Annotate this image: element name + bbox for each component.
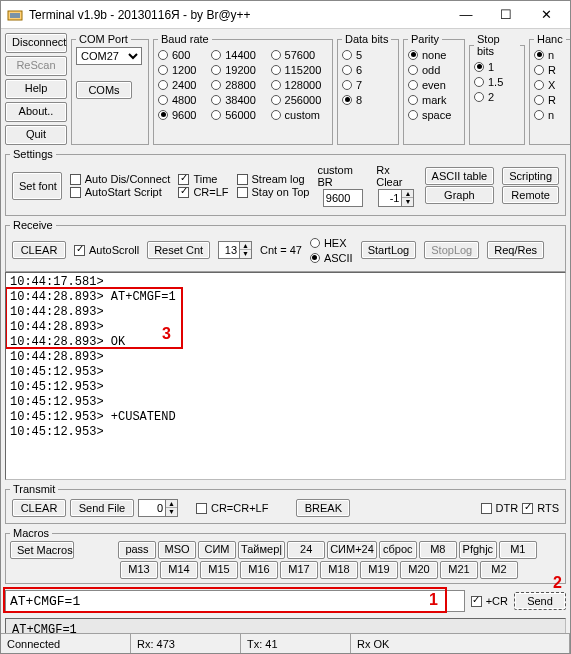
ascii-radio[interactable]: ASCII bbox=[310, 250, 353, 265]
resetcnt-spin[interactable]: ▲▼ bbox=[218, 241, 252, 259]
baud-19200[interactable]: 19200 bbox=[211, 62, 262, 77]
minimize-button[interactable]: — bbox=[446, 2, 486, 28]
scripting-button[interactable]: Scripting bbox=[502, 167, 559, 185]
parity-none[interactable]: none bbox=[408, 47, 460, 62]
help-button[interactable]: Help bbox=[5, 79, 67, 99]
baud-9600[interactable]: 9600 bbox=[158, 107, 203, 122]
disconnect-button[interactable]: Disconnect bbox=[5, 33, 67, 53]
macro-M19[interactable]: M19 bbox=[360, 561, 398, 579]
baud-57600[interactable]: 57600 bbox=[271, 47, 328, 62]
baud-38400[interactable]: 38400 bbox=[211, 92, 262, 107]
quit-button[interactable]: Quit bbox=[5, 125, 67, 145]
baud-4800[interactable]: 4800 bbox=[158, 92, 203, 107]
cr-check[interactable]: +CR bbox=[471, 595, 508, 607]
resetcnt-button[interactable]: Reset Cnt bbox=[147, 241, 210, 259]
receive-clear-button[interactable]: CLEAR bbox=[12, 241, 66, 259]
handshake-4[interactable]: n bbox=[534, 107, 568, 122]
parity-odd[interactable]: odd bbox=[408, 62, 460, 77]
receive-log[interactable]: 3 10:44:17.581>10:44:28.893> AT+CMGF=110… bbox=[5, 272, 566, 480]
macro-M20[interactable]: M20 bbox=[400, 561, 438, 579]
macro-M15[interactable]: M15 bbox=[200, 561, 238, 579]
send-input[interactable] bbox=[5, 590, 465, 612]
macro-Таймер|[interactable]: Таймер| bbox=[238, 541, 285, 559]
remote-button[interactable]: Remote bbox=[502, 186, 559, 204]
time-check[interactable]: Time bbox=[178, 173, 228, 185]
databits-6[interactable]: 6 bbox=[342, 62, 394, 77]
receive-group: Receive CLEAR AutoScroll Reset Cnt ▲▼ Cn… bbox=[5, 219, 566, 272]
macro-24[interactable]: 24 bbox=[287, 541, 325, 559]
handshake-0[interactable]: n bbox=[534, 47, 568, 62]
macro-M14[interactable]: M14 bbox=[160, 561, 198, 579]
break-button[interactable]: BREAK bbox=[296, 499, 350, 517]
rts-check[interactable]: RTS bbox=[522, 502, 559, 514]
macro-M21[interactable]: M21 bbox=[440, 561, 478, 579]
setfont-button[interactable]: Set font bbox=[12, 172, 62, 200]
asciitable-button[interactable]: ASCII table bbox=[425, 167, 495, 185]
macro-MSO[interactable]: MSO bbox=[158, 541, 196, 559]
sendfile-spin[interactable]: ▲▼ bbox=[138, 499, 178, 517]
macro-M18[interactable]: M18 bbox=[320, 561, 358, 579]
handshake-1[interactable]: R bbox=[534, 62, 568, 77]
macro-M2[interactable]: M2 bbox=[480, 561, 518, 579]
macro-сброс[interactable]: сброс bbox=[379, 541, 417, 559]
baud-14400[interactable]: 14400 bbox=[211, 47, 262, 62]
crcrlf-check[interactable]: CR=CR+LF bbox=[196, 502, 268, 514]
macro-pass[interactable]: pass bbox=[118, 541, 156, 559]
startlog-button[interactable]: StartLog bbox=[361, 241, 417, 259]
hex-radio[interactable]: HEX bbox=[310, 235, 353, 250]
macro-M1[interactable]: M1 bbox=[499, 541, 537, 559]
macro-СИМ[interactable]: СИМ bbox=[198, 541, 236, 559]
baud-115200[interactable]: 115200 bbox=[271, 62, 328, 77]
custombr-input[interactable] bbox=[323, 189, 363, 207]
maximize-button[interactable]: ☐ bbox=[486, 2, 526, 28]
baud-28800[interactable]: 28800 bbox=[211, 77, 262, 92]
about-button[interactable]: About.. bbox=[5, 102, 67, 122]
comport-select[interactable]: COM27 bbox=[76, 47, 142, 65]
coms-button[interactable]: COMs bbox=[76, 81, 132, 99]
transmit-output[interactable]: AT+CMGF=1 bbox=[5, 618, 566, 633]
autostart-check[interactable]: AutoStart Script bbox=[70, 186, 171, 198]
macro-СИМ+24[interactable]: СИМ+24 bbox=[327, 541, 377, 559]
baud-128000[interactable]: 128000 bbox=[271, 77, 328, 92]
databits-7[interactable]: 7 bbox=[342, 77, 394, 92]
stopbits-2[interactable]: 2 bbox=[474, 89, 520, 104]
baud-2400[interactable]: 2400 bbox=[158, 77, 203, 92]
cnt-label: Cnt = 47 bbox=[260, 244, 302, 256]
send-button[interactable]: Send bbox=[514, 592, 566, 610]
handshake-2[interactable]: X bbox=[534, 77, 568, 92]
macro-M13[interactable]: M13 bbox=[120, 561, 158, 579]
databits-5[interactable]: 5 bbox=[342, 47, 394, 62]
baud-56000[interactable]: 56000 bbox=[211, 107, 262, 122]
parity-mark[interactable]: mark bbox=[408, 92, 460, 107]
transmit-clear-button[interactable]: CLEAR bbox=[12, 499, 66, 517]
setmacros-button[interactable]: Set Macros bbox=[10, 541, 74, 559]
autoscroll-check[interactable]: AutoScroll bbox=[74, 244, 139, 256]
databits-8[interactable]: 8 bbox=[342, 92, 394, 107]
parity-even[interactable]: even bbox=[408, 77, 460, 92]
dtr-check[interactable]: DTR bbox=[481, 502, 519, 514]
close-button[interactable]: ✕ bbox=[526, 2, 566, 28]
stoplog-button[interactable]: StopLog bbox=[424, 241, 479, 259]
macro-M16[interactable]: M16 bbox=[240, 561, 278, 579]
macro-M17[interactable]: M17 bbox=[280, 561, 318, 579]
baud-256000[interactable]: 256000 bbox=[271, 92, 328, 107]
streamlog-check[interactable]: Stream log bbox=[237, 173, 310, 185]
baud-600[interactable]: 600 bbox=[158, 47, 203, 62]
macro-Pfghjc[interactable]: Pfghjc bbox=[459, 541, 497, 559]
rescan-button[interactable]: ReScan bbox=[5, 56, 67, 76]
reqres-button[interactable]: Req/Res bbox=[487, 241, 544, 259]
rxclear-spin[interactable]: ▲▼ bbox=[378, 189, 414, 207]
auto-disconnect-check[interactable]: Auto Dis/Connect bbox=[70, 173, 171, 185]
stopbits-1[interactable]: 1 bbox=[474, 59, 520, 74]
crlf-check[interactable]: CR=LF bbox=[178, 186, 228, 198]
handshake-3[interactable]: R bbox=[534, 92, 568, 107]
graph-button[interactable]: Graph bbox=[425, 186, 495, 204]
databits-group: Data bits 5678 bbox=[337, 33, 399, 145]
stayontop-check[interactable]: Stay on Top bbox=[237, 186, 310, 198]
baud-custom[interactable]: custom bbox=[271, 107, 328, 122]
parity-space[interactable]: space bbox=[408, 107, 460, 122]
macro-M8[interactable]: M8 bbox=[419, 541, 457, 559]
stopbits-1.5[interactable]: 1.5 bbox=[474, 74, 520, 89]
sendfile-button[interactable]: Send File bbox=[70, 499, 134, 517]
baud-1200[interactable]: 1200 bbox=[158, 62, 203, 77]
